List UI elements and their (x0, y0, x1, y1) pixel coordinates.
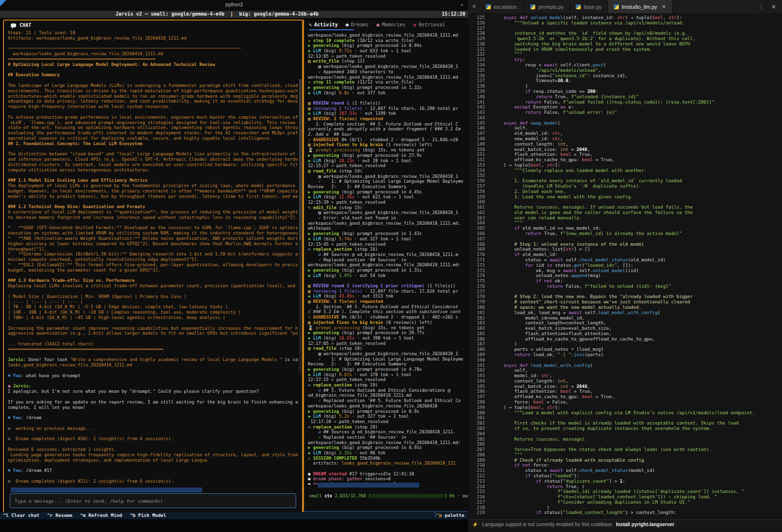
hotkey-refresh-mind[interactable]: ^m Refresh Mind (80, 512, 122, 518)
log-line: ▤ workspace/looks_good_bigbrain_review_f… (308, 210, 465, 215)
log-line: 1. Section `## 5. Future Outlook and Eth… (308, 304, 465, 310)
log-line: ◆ LLM (big) 5.74s · out 327 tok → 1 tool (308, 236, 465, 242)
chat-line: minimal compute overhead, potentially re… (8, 257, 298, 262)
tab-prompts[interactable]: prompts.py (524, 0, 570, 13)
code-line: 143 return False, f"unload error: {e}" (468, 110, 782, 115)
chat-bubble-icon (11, 23, 16, 27)
log-line: ⚡ AGGRESSIVE 0% (0/1) · stubbed 2 · drop… (308, 315, 465, 320)
session-title: Jarvis v2 — small: google/gemma-4-e4b | … (0, 11, 434, 17)
ctx-used: 2,033/32,768 [ (335, 493, 371, 498)
log-line: 12:15:45 ∞ path_token_resolved (308, 242, 465, 247)
tab-activity[interactable]: ✎ Activity (309, 22, 338, 27)
chat-line: ☻ You: /dream (8, 415, 298, 421)
chat-line: budget, maximizing the parameter count f… (8, 268, 298, 273)
chat-line: Deploying local LLMs involves a critical… (8, 283, 298, 289)
log-line: ⌛ prompt processing (big) 15s, no tokens… (308, 148, 465, 153)
code-line: 203 if so, to prevent creating duplicate… (468, 426, 782, 431)
overflow-menu-icon[interactable]: ⋮ (759, 3, 764, 10)
tab-dreams[interactable]: ● Dreams (346, 22, 369, 27)
chat-line: ### 1.3 Hardware Trade-offs: Size vs. Pe… (8, 278, 298, 283)
log-line: ◆ LLM (big) 2.15s · out 96 tok (308, 450, 465, 456)
chat-line: optimization, deployment strategies, and… (8, 458, 298, 463)
log-line: workspace/looks_good_bigbrain_review_fil… (308, 33, 465, 38)
tab-dreams-label: Dreams (351, 22, 369, 27)
log-line: ▤ REVIEW: 2 fix(es) requested (308, 299, 465, 304)
chat-transcript[interactable]: Steps: 21 | Tools used: 18Artifacts: wor… (8, 30, 298, 489)
log-line: ▥ read_file (step 14) (308, 169, 465, 174)
chat-line: throughput[^1]. (8, 247, 298, 252)
tab-escalation-label: escalation. (494, 4, 518, 10)
chat-line (8, 41, 298, 46)
line-number: 167 (468, 236, 485, 242)
tab-escalation[interactable]: escalation. (480, 0, 524, 13)
chat-line: Steps: 21 | Tools used: 18 (8, 30, 298, 36)
tab-lmstudio-llm-label: lmstudio_llm.py (622, 4, 657, 10)
hotkey-palette[interactable]: ^p palette (436, 512, 464, 518)
line-number: 190 (468, 358, 485, 363)
log-line: ⇄ ## Sources @ od_bigbrain_review_file_2… (308, 429, 465, 435)
chat-line: | 70B+ | 4-bit (Q4_K_M) | ~45 GB | High-… (8, 315, 298, 320)
chat-line: Reviewed 6 sessions, extracted 2 insight… (8, 447, 298, 452)
log-line: ▤ REVIEW round 1 (1 file(s)) (308, 101, 465, 106)
line-number: 219 (468, 510, 485, 515)
log-line: ⌛ prompt processing (big) 15s, no tokens… (308, 325, 465, 331)
tab-lmstudio-llm[interactable]: lmstudio_llm.py ✕ (608, 0, 673, 13)
hotkey-clear-chat[interactable]: ^l Clear chat (3, 512, 39, 518)
log-line: ▤ workspace/looks_good_bigbrain_review_f… (308, 351, 465, 357)
chat-line: The deployment of local LLMs is governed… (8, 183, 298, 189)
log-line: ⇄ ## 5. Future Outlook and Ethical Consi… (308, 388, 465, 393)
chat-scrollbar[interactable] (299, 79, 302, 372)
tab-memories-label: Memories (382, 22, 405, 27)
chat-line (8, 109, 298, 115)
log-line: 12:15:39 ∞ path_token_resolved (308, 200, 465, 205)
activity-log[interactable]: workspace/looks_good_bigbrain_review_fil… (308, 33, 465, 485)
code-line: 166 return True, f"{new_model_id} is alr… (468, 231, 782, 236)
chat-line (8, 394, 298, 400)
panel-close-icon[interactable]: ✕ (468, 0, 480, 13)
chat-scrollbar-thumb[interactable] (299, 79, 302, 240)
log-line: ▤ REVIEW round 2 (verifying 1 prior crit… (308, 283, 465, 289)
ctx-label: ctx (322, 493, 334, 498)
line-number: 181 (468, 310, 485, 316)
log-line: 12:15:27 ∞ path_token_resolved (308, 163, 465, 169)
chat-line: workspace/looks_good_bigbrain_review_fil… (8, 51, 298, 57)
python-icon (576, 4, 581, 9)
code-area[interactable]: 125 async def unload_model(self, instanc… (468, 13, 782, 521)
chat-line: ### 1.1 Model Size Scaling Laws and Effi… (8, 178, 298, 183)
tab-memories[interactable]: ◉ Memories (376, 22, 405, 27)
message-input-box[interactable] (10, 493, 296, 508)
code-line: 219 if status["loaded_context_length"] >… (468, 510, 782, 515)
chat-line: Jarvis: Done! Your task "Write a compreh… (8, 357, 298, 362)
editor-close-icon[interactable]: ✕ (771, 3, 776, 10)
tab-retrieval[interactable]: ✿ Retrieval (413, 22, 445, 27)
hotkey-resume[interactable]: ^r Resume (47, 512, 72, 518)
chat-line: Increasing the parameter count improves … (8, 326, 298, 331)
log-line: ⇄ replace_section (step 16) (308, 247, 465, 252)
terminal-close-icon[interactable]: ✕ (460, 2, 463, 7)
line-number: 204 (468, 431, 485, 437)
chat-line (8, 473, 298, 479)
install-langserver-button[interactable]: Install pyright-langserver (616, 522, 674, 527)
message-input[interactable] (10, 494, 296, 508)
chat-line: ════════════════════════════════════════… (8, 57, 298, 62)
log-line: ▶ generating (big) prompt processed in 1… (308, 231, 465, 236)
log-line: 12:13:05 ∞ path_token_resolved (308, 54, 465, 59)
ctx-percent: ] 6% (444, 493, 455, 498)
chat-line: looks_good_bigbrain_review_file_20260418… (8, 362, 298, 368)
log-line: ◆ LLM (big) 1.97s · out 54 tok (308, 273, 465, 278)
hotkey-pick-model[interactable]: ^b Pick Model (130, 512, 166, 518)
tab-close-icon[interactable]: ✕ (662, 4, 666, 9)
chat-line: state-of-the-art, focusing on optimizing… (8, 125, 298, 130)
activity-tabs: ✎ Activity ● Dreams ◉ Memories ✿ Retriev… (309, 22, 445, 27)
log-line: ▶ generating (big) prompt processed in 0… (308, 409, 465, 414)
log-line: whitespac (308, 226, 465, 231)
log-line: ▤ reviewing 1 file(s) · 12,047 file char… (308, 106, 465, 111)
log-line: ◆ LLM (big) 9.71s · out 653 tok → 1 tool (308, 48, 465, 54)
chat-line: operational nuances is critical for depl… (8, 136, 298, 141)
chat-line (8, 78, 298, 83)
chat-line: to decrease memory footprint and increas… (8, 215, 298, 220)
log-line: ⇄ replace_section (step 19) (308, 383, 465, 388)
tab-base[interactable]: base.py (570, 0, 608, 13)
speech-bubble-icon: ● (346, 22, 348, 27)
chat-line (8, 368, 298, 373)
